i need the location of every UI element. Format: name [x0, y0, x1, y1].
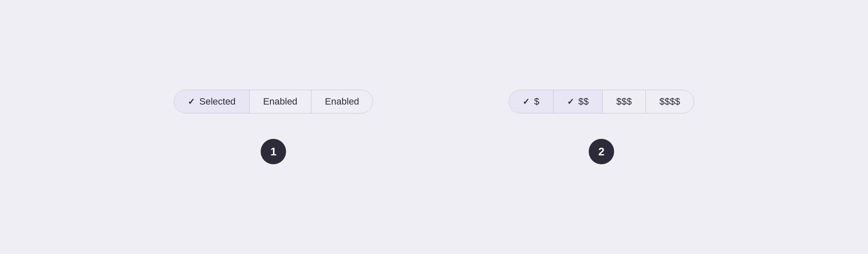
badge-2: 2	[589, 139, 614, 164]
demo-section-2: ✓ $ ✓ $$ $$$ $$$$ 2	[509, 90, 694, 164]
segment-dollar-3-label: $$$	[616, 96, 632, 107]
segment-dollar-4-label: $$$$	[659, 96, 680, 107]
segment-enabled-1-label: Enabled	[263, 96, 298, 107]
segment-selected-label: Selected	[199, 96, 236, 107]
page-container: ✓ Selected Enabled Enabled 1 ✓ $ ✓ $$	[0, 0, 868, 254]
segmented-control-1[interactable]: ✓ Selected Enabled Enabled	[174, 90, 373, 113]
checkmark-icon-2: ✓	[523, 97, 530, 107]
segmented-control-2[interactable]: ✓ $ ✓ $$ $$$ $$$$	[509, 90, 694, 113]
segment-enabled-2[interactable]: Enabled	[312, 90, 373, 113]
checkmark-icon-1: ✓	[188, 97, 195, 107]
segment-dollar-2-label: $$	[579, 96, 589, 107]
segment-enabled-2-label: Enabled	[325, 96, 359, 107]
segment-dollar-2[interactable]: ✓ $$	[554, 90, 603, 113]
checkmark-icon-3: ✓	[567, 97, 574, 107]
demo-section-1: ✓ Selected Enabled Enabled 1	[174, 90, 373, 164]
segment-enabled-1[interactable]: Enabled	[250, 90, 312, 113]
segment-dollar-3[interactable]: $$$	[603, 90, 646, 113]
badge-1: 1	[261, 139, 286, 164]
segment-selected[interactable]: ✓ Selected	[174, 90, 250, 113]
segment-dollar-1[interactable]: ✓ $	[509, 90, 553, 113]
segment-dollar-4[interactable]: $$$$	[646, 90, 694, 113]
segment-dollar-1-label: $	[534, 96, 539, 107]
